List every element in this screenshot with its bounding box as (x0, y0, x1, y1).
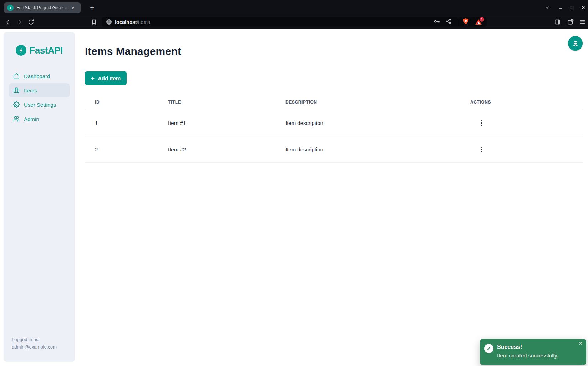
reload-button[interactable] (26, 16, 36, 28)
check-circle-icon: ✓ (484, 344, 493, 353)
brave-rewards-bat-icon[interactable]: 1 (475, 18, 482, 26)
main-content: Items Management + Add Item ID TITLE DES… (85, 29, 583, 163)
browser-menu-hamburger-icon[interactable] (577, 16, 588, 28)
address-bar[interactable]: i localhost/items 1 (102, 17, 487, 27)
share-icon[interactable] (445, 18, 452, 26)
user-menu-avatar-button[interactable] (568, 36, 583, 51)
briefcase-icon (13, 87, 20, 94)
logged-in-email: admin@example.com (12, 344, 57, 351)
header-title: TITLE (168, 100, 285, 105)
tab-search-chevron-icon[interactable] (543, 3, 552, 12)
cell-id: 2 (85, 146, 168, 152)
header-description: DESCRIPTION (285, 100, 470, 105)
bookmark-icon[interactable] (88, 16, 99, 28)
users-icon (13, 116, 20, 122)
tab-title: Full Stack Project Genera (16, 5, 71, 10)
row-actions-kebab-icon[interactable] (477, 145, 486, 154)
cell-id: 1 (85, 120, 168, 126)
app-page: FastAPI Dashboard Items User Settings Ad… (0, 29, 588, 366)
add-item-button[interactable]: + Add Item (85, 71, 127, 85)
items-table: ID TITLE DESCRIPTION ACTIONS 1 Item #1 I… (85, 95, 583, 163)
user-astronaut-icon (572, 40, 579, 47)
sidebar-item-user-settings[interactable]: User Settings (9, 97, 70, 112)
gear-icon (13, 101, 20, 108)
fastapi-logo: FastAPI (4, 44, 75, 56)
window-minimize-button[interactable] (556, 3, 566, 12)
logged-in-footer: Logged in as: admin@example.com (12, 336, 57, 351)
row-actions-kebab-icon[interactable] (477, 119, 486, 128)
table-row: 2 Item #2 Item description (85, 136, 583, 163)
toast-close-icon[interactable]: × (579, 340, 582, 346)
table-header-row: ID TITLE DESCRIPTION ACTIONS (85, 95, 583, 110)
cell-title: Item #2 (168, 146, 285, 152)
sidebar-panel-icon[interactable] (552, 16, 563, 28)
url-path: /items (137, 19, 150, 25)
url-text: localhost/items (115, 19, 150, 25)
cell-title: Item #1 (168, 120, 285, 126)
window-maximize-button[interactable] (567, 3, 577, 12)
fastapi-favicon-icon (7, 5, 14, 11)
logo-text: FastAPI (29, 45, 62, 56)
sidebar-item-dashboard[interactable]: Dashboard (9, 69, 70, 83)
cell-description: Item description (285, 146, 470, 152)
rewards-badge: 1 (480, 17, 484, 22)
tab-close-icon[interactable]: × (71, 5, 75, 11)
sidebar-item-label: Items (24, 87, 37, 94)
header-actions: ACTIONS (470, 100, 583, 105)
password-key-icon[interactable] (433, 18, 440, 26)
sidebar-nav: Dashboard Items User Settings Admin (4, 69, 75, 126)
toolbar-divider (457, 19, 457, 26)
sidebar-item-admin[interactable]: Admin (9, 112, 70, 126)
add-item-label: Add Item (98, 75, 121, 81)
forward-button[interactable] (14, 16, 25, 28)
site-info-icon[interactable]: i (106, 19, 112, 25)
table-row: 1 Item #1 Item description (85, 110, 583, 136)
sidebar: FastAPI Dashboard Items User Settings Ad… (4, 32, 75, 362)
url-host: localhost (115, 19, 137, 25)
success-toast: ✓ Success! Item created successfully. × (480, 339, 586, 365)
browser-tab[interactable]: Full Stack Project Genera × (4, 2, 81, 13)
wallet-icon[interactable] (565, 16, 576, 28)
new-tab-button[interactable]: + (90, 3, 94, 12)
window-close-button[interactable] (579, 3, 588, 12)
logged-in-label: Logged in as: (12, 336, 57, 344)
toast-title: Success! (497, 344, 558, 350)
brave-shield-icon[interactable] (462, 17, 470, 26)
fastapi-bolt-icon (16, 45, 26, 56)
plus-icon: + (91, 75, 95, 81)
header-id: ID (85, 100, 168, 105)
browser-toolbar: i localhost/items 1 (0, 16, 588, 28)
sidebar-item-label: User Settings (24, 102, 56, 108)
page-title: Items Management (85, 45, 583, 58)
toast-message: Item created successfully. (497, 352, 558, 359)
cell-description: Item description (285, 120, 470, 126)
tab-strip: Full Stack Project Genera × + (0, 0, 588, 15)
home-icon (13, 73, 20, 79)
sidebar-item-items[interactable]: Items (9, 83, 70, 97)
back-button[interactable] (2, 16, 13, 28)
sidebar-item-label: Admin (24, 116, 39, 122)
browser-chrome: Full Stack Project Genera × + (0, 0, 588, 29)
sidebar-item-label: Dashboard (24, 73, 50, 79)
